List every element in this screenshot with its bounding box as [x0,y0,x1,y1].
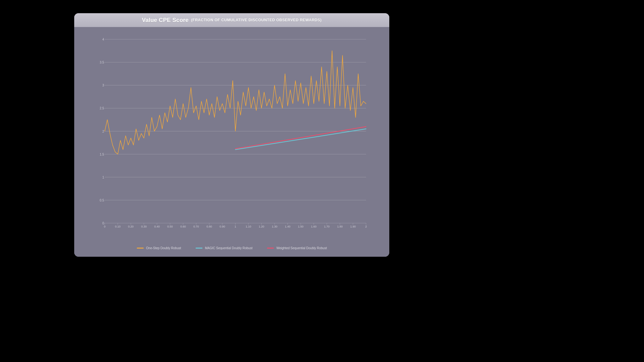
legend-swatch [267,248,274,249]
y-tick-label: 1.5 [96,152,104,156]
x-tick-label: 0.70 [192,225,200,228]
x-tick-label: 1 [231,225,240,228]
y-tick-label: 0 [96,222,104,225]
legend-item: One-Step Doubly Robust [137,246,181,250]
x-tick-label: 1.10 [244,225,253,228]
y-tick-label: 2.5 [96,107,104,110]
x-tick-label: 2 [362,225,370,228]
x-tick-label: 1.80 [336,225,344,228]
x-tick-label: 1.60 [310,225,318,228]
x-tick-label: 1.70 [323,225,331,228]
x-tick-label: 0.10 [114,225,122,228]
x-tick-label: 0.30 [140,225,148,228]
chart-svg [105,39,366,223]
series-line [236,127,366,149]
chart-title: Value CPE Score [142,17,189,24]
plot-area: 00.511.522.533.5400.100.200.300.400.500.… [105,39,366,223]
x-tick-label: 0.20 [127,225,135,228]
chart-card: Value CPE Score (FRACTION OF CUMULATIVE … [74,13,389,257]
legend-label: One-Step Doubly Robust [146,246,181,250]
y-tick-label: 3 [96,84,104,87]
legend-item: Weighted Sequential Doubly Robust [267,246,327,250]
legend-swatch [196,248,203,249]
x-tick-label: 1.40 [284,225,292,228]
x-tick-label: 0.40 [153,225,161,228]
x-tick-label: 1.20 [258,225,266,228]
legend-item: MAGIC Sequential Doubly Robust [196,246,253,250]
x-tick-label: 0.60 [179,225,187,228]
chart-body: 00.511.522.533.5400.100.200.300.400.500.… [74,27,389,257]
chart-header: Value CPE Score (FRACTION OF CUMULATIVE … [74,13,389,27]
y-tick-label: 2 [96,129,104,133]
x-tick-label: 0.90 [218,225,226,228]
x-tick-label: 1.50 [297,225,305,228]
x-tick-label: 0.50 [166,225,174,228]
y-tick-label: 3.5 [96,61,104,64]
x-tick-label: 1.90 [349,225,357,228]
x-tick-label: 0.80 [205,225,213,228]
y-tick-label: 1 [96,175,104,179]
chart-subtitle: (FRACTION OF CUMULATIVE DISCOUNTED OBSER… [191,18,322,22]
x-tick-label: 0 [101,225,109,228]
y-tick-label: 0.5 [96,198,104,202]
legend-swatch [137,248,144,249]
series-line [236,129,366,150]
legend-label: MAGIC Sequential Doubly Robust [205,246,253,250]
series-line [105,51,366,154]
y-tick-label: 4 [96,38,104,41]
legend-label: Weighted Sequential Doubly Robust [276,246,327,250]
x-tick-label: 1.30 [270,225,279,228]
legend: One-Step Doubly Robust MAGIC Sequential … [74,246,389,250]
